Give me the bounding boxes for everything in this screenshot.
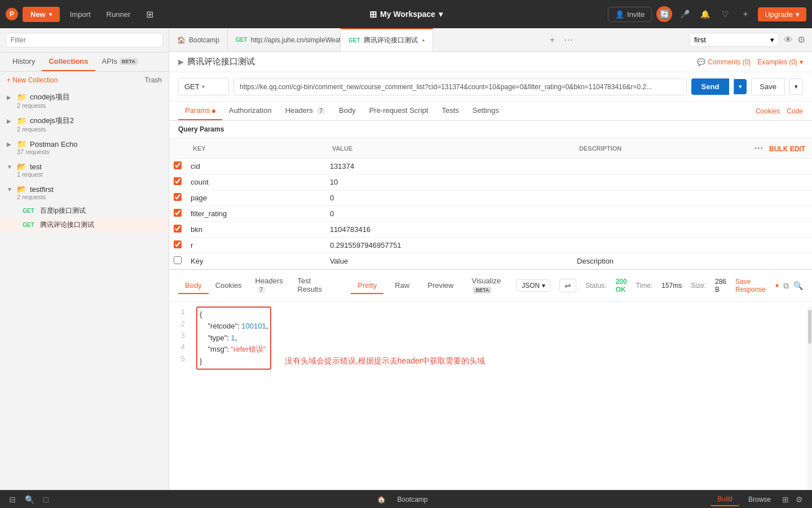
param-description[interactable] bbox=[572, 206, 744, 222]
param-value-empty[interactable]: Value bbox=[325, 253, 572, 269]
code-content[interactable]: { "retcode": 100101, "type": 1, "msg": "… bbox=[192, 306, 807, 503]
param-key[interactable]: bkn bbox=[186, 222, 325, 238]
resp-format-visualize[interactable]: Visualize BETA bbox=[465, 273, 508, 298]
environment-settings-button[interactable]: ⚙ bbox=[797, 34, 805, 45]
browse-tab[interactable]: Browse bbox=[742, 493, 778, 506]
collection-item[interactable]: ▶ 📁 cnodejs项目2 2 requests bbox=[0, 112, 169, 136]
param-checkbox[interactable] bbox=[174, 240, 182, 248]
save-button[interactable]: Save bbox=[751, 78, 785, 95]
scrollbar-thumb[interactable] bbox=[808, 310, 811, 344]
sync-icon[interactable]: 🔄 bbox=[656, 6, 672, 22]
plus-icon[interactable]: ＋ bbox=[738, 6, 753, 22]
new-tab-button[interactable]: + bbox=[546, 34, 558, 46]
runner-icon[interactable]: □ bbox=[41, 493, 50, 506]
collection-item[interactable]: ▼ 📂 testfirst 2 requests bbox=[0, 181, 169, 204]
invite-button[interactable]: 👤 Invite bbox=[608, 7, 652, 22]
send-arrow-button[interactable]: ▾ bbox=[734, 79, 747, 94]
request-title-arrow-icon[interactable]: ▶ bbox=[178, 58, 184, 66]
tab-apis[interactable]: APIs BETA bbox=[95, 52, 144, 71]
resp-format-pretty[interactable]: Pretty bbox=[351, 278, 383, 294]
build-tab[interactable]: Build bbox=[710, 493, 739, 506]
param-description[interactable] bbox=[572, 174, 744, 190]
upgrade-button[interactable]: Upgrade ▾ bbox=[758, 7, 806, 21]
more-tabs-button[interactable]: ⋯ bbox=[561, 33, 576, 46]
bootcamp-footer-label[interactable]: Bootcamp bbox=[390, 493, 434, 506]
json-format-selector[interactable]: JSON ▾ bbox=[517, 279, 550, 292]
tab-request-2-active[interactable]: GET 腾讯评论接口测试 ● bbox=[341, 28, 433, 51]
param-checkbox[interactable] bbox=[174, 209, 182, 217]
collection-item[interactable]: ▶ 📁 Postman Echo 37 requests bbox=[0, 136, 169, 159]
environment-selector[interactable]: first ▾ bbox=[689, 33, 779, 47]
param-value[interactable]: 10 bbox=[325, 174, 572, 190]
req-tab-body[interactable]: Body bbox=[332, 102, 363, 120]
tab-history[interactable]: History bbox=[6, 52, 42, 71]
comments-button[interactable]: 💬 Comments (0) bbox=[697, 58, 751, 66]
param-checkbox[interactable] bbox=[174, 193, 182, 201]
param-value[interactable]: 131374 bbox=[325, 159, 572, 174]
collection-item[interactable]: ▶ 📁 cnodejs项目 2 requests bbox=[0, 89, 169, 112]
resp-tab-body[interactable]: Body bbox=[178, 278, 209, 294]
wrap-button[interactable]: ⇌ bbox=[559, 279, 576, 292]
scrollbar[interactable] bbox=[807, 306, 812, 503]
code-link[interactable]: Code bbox=[787, 107, 803, 115]
hearts-icon[interactable]: ♡ bbox=[717, 6, 733, 22]
param-key[interactable]: r bbox=[186, 238, 325, 253]
resp-tab-headers[interactable]: Headers 7 bbox=[249, 273, 291, 298]
req-tab-params[interactable]: Params bbox=[178, 102, 222, 120]
bulk-edit-button[interactable]: Bulk Edit bbox=[769, 145, 805, 153]
param-description[interactable] bbox=[572, 222, 744, 238]
trash-button[interactable]: Trash bbox=[145, 76, 162, 84]
req-tab-settings[interactable]: Settings bbox=[466, 102, 506, 120]
runner-button[interactable]: Runner bbox=[101, 7, 136, 22]
resp-format-preview[interactable]: Preview bbox=[421, 278, 460, 294]
environment-eye-button[interactable]: 👁 bbox=[784, 35, 793, 45]
more-button[interactable]: ⋯ bbox=[754, 143, 763, 153]
notifications-icon[interactable]: 🔔 bbox=[697, 6, 713, 22]
param-value[interactable]: 0 bbox=[325, 190, 572, 206]
new-button[interactable]: New ▾ bbox=[23, 7, 60, 22]
param-value[interactable]: 0 bbox=[325, 206, 572, 222]
tab-request-1[interactable]: GET http://apis.juhe.cn/simpleWeat... bbox=[228, 28, 341, 51]
cookies-link[interactable]: Cookies bbox=[756, 107, 780, 115]
param-value[interactable]: 1104783416 bbox=[325, 222, 572, 238]
req-tab-headers[interactable]: Headers 7 bbox=[279, 102, 332, 120]
req-tab-pre-request[interactable]: Pre-request Script bbox=[363, 102, 435, 120]
resp-tab-test-results[interactable]: Test Results bbox=[291, 273, 333, 298]
param-checkbox[interactable] bbox=[174, 225, 182, 233]
save-response-button[interactable]: Save Response ▾ bbox=[735, 278, 779, 294]
find-icon[interactable]: 🔍 bbox=[23, 493, 37, 506]
import-button[interactable]: Import bbox=[64, 7, 96, 22]
param-description[interactable] bbox=[572, 159, 744, 174]
layout-button[interactable]: ⊞ bbox=[140, 6, 159, 23]
param-checkbox[interactable] bbox=[174, 177, 182, 185]
examples-button[interactable]: Examples (0) ▾ bbox=[757, 58, 803, 66]
layout-bottom-icon[interactable]: ⊞ bbox=[780, 493, 791, 506]
param-description[interactable] bbox=[572, 238, 744, 253]
req-tab-tests[interactable]: Tests bbox=[435, 102, 465, 120]
param-checkbox[interactable] bbox=[174, 161, 182, 169]
save-arrow-button[interactable]: ▾ bbox=[789, 78, 803, 95]
url-input[interactable] bbox=[233, 78, 687, 95]
send-button[interactable]: Send bbox=[691, 78, 730, 95]
param-key[interactable]: page bbox=[186, 190, 325, 206]
filter-input[interactable] bbox=[6, 33, 163, 47]
resp-format-raw[interactable]: Raw bbox=[388, 278, 416, 294]
request-item-active[interactable]: GET 腾讯评论接口测试 bbox=[0, 218, 169, 232]
param-key[interactable]: count bbox=[186, 174, 325, 190]
collection-item[interactable]: ▼ 📂 test 1 request bbox=[0, 159, 169, 181]
param-description[interactable] bbox=[572, 190, 744, 206]
param-key[interactable]: cid bbox=[186, 159, 325, 174]
param-key[interactable]: filter_rating bbox=[186, 206, 325, 222]
resp-tab-cookies[interactable]: Cookies bbox=[209, 278, 249, 294]
param-key-empty[interactable]: Key bbox=[186, 253, 325, 269]
req-tab-authorization[interactable]: Authorization bbox=[222, 102, 279, 120]
search-response-button[interactable]: 🔍 bbox=[793, 281, 803, 290]
param-description-empty[interactable]: Description bbox=[572, 253, 744, 269]
param-value[interactable]: 0.2915597946957751 bbox=[325, 238, 572, 253]
tab-bootcamp[interactable]: 🏠 Bootcamp bbox=[169, 28, 228, 51]
request-item[interactable]: GET 百度ip接口测试 bbox=[0, 204, 169, 218]
interceptor-icon[interactable]: 🎤 bbox=[677, 6, 692, 22]
tab-collections[interactable]: Collections bbox=[42, 52, 95, 71]
param-checkbox[interactable] bbox=[174, 256, 182, 264]
new-collection-button[interactable]: + New Collection bbox=[7, 76, 58, 84]
